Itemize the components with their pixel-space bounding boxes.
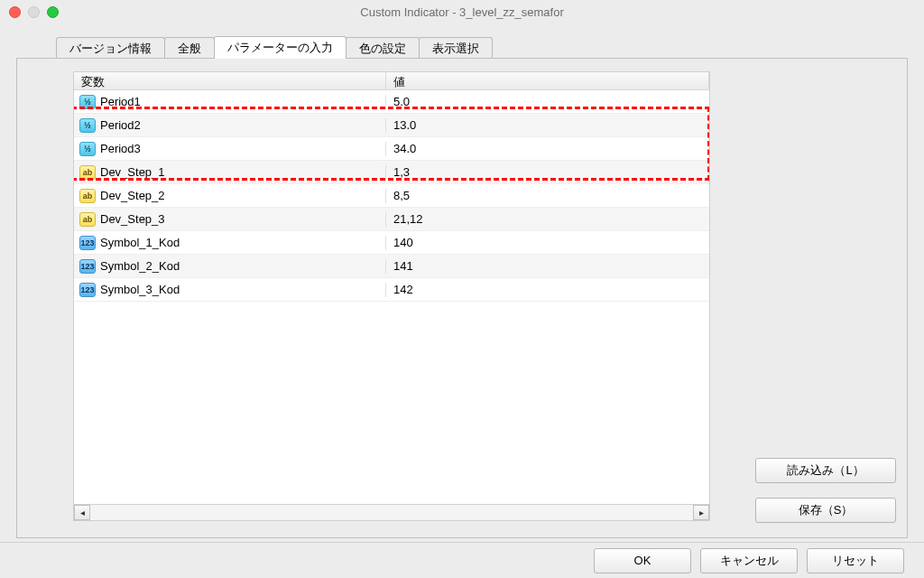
variable-name: Symbol_2_Kod (100, 259, 180, 273)
header-variable[interactable]: 変数 (74, 72, 386, 89)
content-frame: 変数 値 ½Period15.0½Period213.0½Period334.0… (16, 59, 908, 538)
variable-name: Dev_Step_2 (100, 189, 165, 202)
parameters-grid: 変数 値 ½Period15.0½Period213.0½Period334.0… (73, 71, 710, 521)
grid-header: 変数 値 (74, 72, 709, 90)
traffic-lights (9, 6, 59, 18)
value-cell[interactable]: 8,5 (386, 189, 709, 202)
close-icon[interactable] (9, 6, 21, 18)
str-type-icon: ab (79, 212, 96, 227)
table-row[interactable]: 123Symbol_2_Kod141 (74, 255, 709, 278)
value-cell[interactable]: 141 (386, 259, 709, 273)
variable-cell: 123Symbol_1_Kod (74, 236, 386, 250)
variable-name: Period2 (100, 118, 141, 132)
variable-name: Symbol_3_Kod (100, 283, 180, 296)
variable-cell: 123Symbol_2_Kod (74, 259, 386, 274)
cancel-button[interactable]: キャンセル (700, 548, 798, 573)
value-cell[interactable]: 13.0 (386, 118, 709, 132)
variable-cell: abDev_Step_2 (74, 189, 386, 203)
float-type-icon: ½ (79, 95, 96, 109)
variable-name: Dev_Step_3 (100, 212, 165, 226)
value-cell[interactable]: 5.0 (386, 95, 709, 108)
tab-2[interactable]: パラメーターの入力 (214, 36, 346, 59)
variable-name: Period3 (100, 142, 141, 155)
table-row[interactable]: 123Symbol_3_Kod142 (74, 278, 709, 302)
int-type-icon: 123 (79, 259, 96, 274)
tab-bar: バージョン情報全般パラメーターの入力色の設定表示選択 (0, 23, 924, 59)
tab-panel: 変数 値 ½Period15.0½Period213.0½Period334.0… (16, 58, 908, 538)
value-cell[interactable]: 142 (386, 283, 709, 296)
table-row[interactable]: ½Period334.0 (74, 137, 709, 161)
variable-name: Symbol_1_Kod (100, 236, 180, 249)
table-row[interactable]: abDev_Step_321,12 (74, 208, 709, 231)
titlebar: Custom Indicator - 3_level_zz_semafor (0, 0, 924, 23)
variable-cell: abDev_Step_3 (74, 212, 386, 227)
variable-cell: ½Period2 (74, 118, 386, 133)
header-value[interactable]: 値 (386, 72, 709, 89)
save-button[interactable]: 保存（S） (755, 498, 896, 523)
str-type-icon: ab (79, 165, 96, 180)
float-type-icon: ½ (79, 142, 96, 156)
variable-cell: 123Symbol_3_Kod (74, 283, 386, 297)
table-row[interactable]: ½Period213.0 (74, 114, 709, 137)
variable-name: Period1 (100, 95, 141, 108)
ok-button[interactable]: OK (594, 548, 691, 573)
tab-4[interactable]: 表示選択 (419, 37, 493, 60)
scroll-left-button[interactable]: ◂ (74, 505, 90, 520)
table-row[interactable]: ½Period15.0 (74, 90, 709, 114)
str-type-icon: ab (79, 189, 96, 203)
tab-0[interactable]: バージョン情報 (56, 37, 165, 60)
table-row[interactable]: 123Symbol_1_Kod140 (74, 231, 709, 255)
zoom-icon[interactable] (47, 6, 59, 18)
scroll-right-button[interactable]: ▸ (693, 505, 709, 520)
tab-1[interactable]: 全般 (164, 37, 215, 60)
value-cell[interactable]: 140 (386, 236, 709, 249)
window-title: Custom Indicator - 3_level_zz_semafor (0, 5, 924, 19)
grid-body: ½Period15.0½Period213.0½Period334.0abDev… (74, 90, 709, 504)
variable-name: Dev_Step_1 (100, 165, 165, 179)
table-row[interactable]: abDev_Step_28,5 (74, 184, 709, 208)
dialog-window: Custom Indicator - 3_level_zz_semafor バー… (0, 0, 924, 578)
horizontal-scrollbar[interactable]: ◂ ▸ (74, 504, 709, 520)
dialog-button-bar: OK キャンセル リセット (0, 542, 924, 578)
int-type-icon: 123 (79, 236, 96, 250)
load-button[interactable]: 読み込み（L） (755, 458, 896, 483)
scroll-track[interactable] (90, 505, 693, 520)
tab-3[interactable]: 色の設定 (346, 37, 420, 60)
side-buttons: 読み込み（L） 保存（S） (755, 458, 896, 523)
table-row[interactable]: abDev_Step_11,3 (74, 161, 709, 184)
reset-button[interactable]: リセット (807, 548, 904, 573)
int-type-icon: 123 (79, 283, 96, 297)
value-cell[interactable]: 1,3 (386, 165, 709, 179)
minimize-icon (28, 6, 40, 18)
value-cell[interactable]: 21,12 (386, 212, 709, 226)
variable-cell: abDev_Step_1 (74, 165, 386, 180)
value-cell[interactable]: 34.0 (386, 142, 709, 155)
float-type-icon: ½ (79, 118, 96, 133)
variable-cell: ½Period1 (74, 95, 386, 109)
variable-cell: ½Period3 (74, 142, 386, 156)
